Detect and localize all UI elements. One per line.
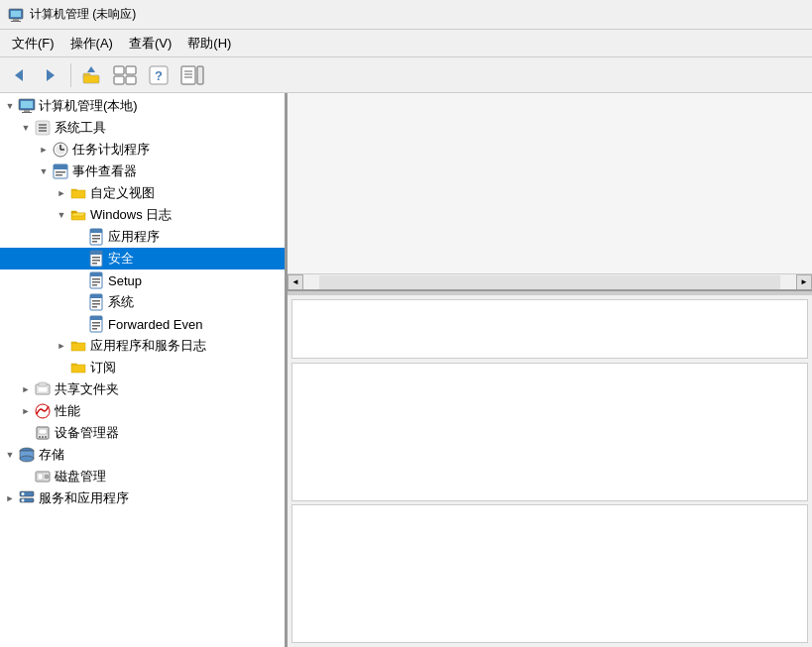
tree-toggle-app-services-logs[interactable]: ► xyxy=(54,335,69,357)
svg-point-72 xyxy=(20,456,34,462)
tree-node-subscriptions[interactable]: ►订阅 xyxy=(0,357,285,378)
svg-rect-43 xyxy=(92,257,100,259)
detail-panel-1 xyxy=(291,363,808,501)
properties-button[interactable] xyxy=(175,61,209,89)
menu-view[interactable]: 查看(V) xyxy=(121,31,179,56)
svg-rect-58 xyxy=(92,322,100,324)
menu-file[interactable]: 文件(F) xyxy=(4,31,62,56)
title-bar: 计算机管理 (未响应) xyxy=(0,0,812,30)
tree-icon-windows-logs xyxy=(69,206,87,224)
tree-node-forwarded[interactable]: ►Forwarded Even xyxy=(0,313,285,335)
tree-label-system: 系统 xyxy=(108,293,134,311)
svg-rect-12 xyxy=(126,76,136,84)
tree-node-services-apps[interactable]: ►服务和应用程序 xyxy=(0,487,285,509)
tree-label-security: 安全 xyxy=(108,250,134,268)
tree-node-app-services-logs[interactable]: ►应用程序和服务日志 xyxy=(0,335,285,357)
tree-label-windows-logs: Windows 日志 xyxy=(90,206,172,224)
tree-toggle-computer-management[interactable]: ▼ xyxy=(2,95,18,117)
svg-rect-47 xyxy=(90,272,102,276)
tree-label-app-services-logs: 应用程序和服务日志 xyxy=(90,337,206,355)
tree-icon-task-scheduler xyxy=(52,141,69,159)
svg-rect-40 xyxy=(92,241,97,243)
tree-toggle-custom-views[interactable]: ► xyxy=(54,182,69,204)
menu-action[interactable]: 操作(A) xyxy=(62,31,121,56)
summary-panel xyxy=(291,299,808,359)
help-button[interactable]: ? xyxy=(144,61,174,89)
up-button[interactable] xyxy=(76,61,106,89)
title-text: 计算机管理 (未响应) xyxy=(30,6,136,23)
tree-icon-setup xyxy=(87,271,105,289)
svg-rect-10 xyxy=(126,66,136,74)
tree-icon-security xyxy=(87,250,105,268)
tree-node-disk-management[interactable]: ►磁盘管理 xyxy=(0,466,285,487)
menu-bar: 文件(F) 操作(A) 查看(V) 帮助(H) xyxy=(0,30,812,57)
tree-label-performance: 性能 xyxy=(55,402,80,420)
tree-label-setup: Setup xyxy=(108,273,142,288)
tree-node-system-tools[interactable]: ▼系统工具 xyxy=(0,117,285,139)
svg-rect-22 xyxy=(24,110,30,112)
tree-node-performance[interactable]: ►性能 xyxy=(0,400,285,422)
tree-icon-event-viewer xyxy=(52,162,69,180)
tree-node-event-viewer[interactable]: ▼事件查看器 xyxy=(0,161,285,182)
forward-button[interactable] xyxy=(36,61,65,89)
tree-label-task-scheduler: 任务计划程序 xyxy=(72,141,150,159)
svg-rect-45 xyxy=(92,263,97,265)
tree-node-task-scheduler[interactable]: ►任务计划程序 xyxy=(0,139,285,161)
tree-toggle-shared-folders[interactable]: ► xyxy=(18,378,34,400)
tree-node-security[interactable]: ►安全 xyxy=(0,248,285,270)
svg-marker-5 xyxy=(47,69,55,81)
tree-node-shared-folders[interactable]: ►共享文件夹 xyxy=(0,378,285,400)
tree-node-windows-logs[interactable]: ▼Windows 日志 xyxy=(0,204,285,226)
tree-icon-system xyxy=(87,293,105,311)
back-button[interactable] xyxy=(4,61,34,89)
tree-toggle-storage[interactable]: ▼ xyxy=(2,444,18,466)
right-bottom-panel xyxy=(288,295,812,647)
main-layout: ▼计算机管理(本地)▼系统工具►任务计划程序▼事件查看器►自定义视图▼Windo… xyxy=(0,93,812,647)
tree-label-disk-management: 磁盘管理 xyxy=(55,468,106,485)
tree-node-setup[interactable]: ►Setup xyxy=(0,270,285,291)
tree-node-custom-views[interactable]: ►自定义视图 xyxy=(0,182,285,204)
view-button[interactable] xyxy=(108,61,142,89)
svg-point-75 xyxy=(45,475,49,479)
svg-rect-37 xyxy=(90,229,102,233)
horizontal-scrollbar[interactable]: ◄ ► xyxy=(288,273,812,289)
tree-toggle-windows-logs[interactable]: ▼ xyxy=(54,204,69,226)
tree-icon-computer-management xyxy=(18,97,36,115)
svg-rect-52 xyxy=(90,294,102,298)
tree-node-system[interactable]: ►系统 xyxy=(0,291,285,313)
tree-node-computer-management[interactable]: ▼计算机管理(本地) xyxy=(0,95,285,117)
tree-label-device-manager: 设备管理器 xyxy=(55,424,119,442)
tree-label-custom-views: 自定义视图 xyxy=(90,184,155,202)
tree-toggle-system-tools[interactable]: ▼ xyxy=(18,117,34,139)
scroll-left-arrow[interactable]: ◄ xyxy=(288,274,303,290)
tree-toggle-task-scheduler[interactable]: ► xyxy=(36,139,52,161)
svg-rect-39 xyxy=(92,238,100,240)
svg-rect-34 xyxy=(56,171,65,173)
tree-icon-forwarded xyxy=(87,315,105,333)
scrollbar-track[interactable] xyxy=(319,275,780,289)
tree-icon-device-manager xyxy=(34,424,52,442)
tree-label-event-viewer: 事件查看器 xyxy=(72,162,137,180)
tree-toggle-event-viewer[interactable]: ▼ xyxy=(36,161,52,182)
tree-label-shared-folders: 共享文件夹 xyxy=(55,380,119,398)
tree-toggle-services-apps[interactable]: ► xyxy=(2,487,18,509)
svg-rect-21 xyxy=(21,101,33,108)
menu-help[interactable]: 帮助(H) xyxy=(179,31,239,56)
tree-icon-performance xyxy=(34,402,52,420)
tree-node-application[interactable]: ►应用程序 xyxy=(0,226,285,248)
toolbar-sep-1 xyxy=(70,63,71,87)
svg-rect-74 xyxy=(38,474,43,480)
tree-node-device-manager[interactable]: ►设备管理器 xyxy=(0,422,285,444)
svg-point-67 xyxy=(39,436,41,438)
tree-node-storage[interactable]: ▼存储 xyxy=(0,444,285,466)
svg-rect-33 xyxy=(54,164,67,169)
svg-rect-50 xyxy=(92,284,97,286)
tree-icon-subscriptions xyxy=(69,359,87,377)
svg-rect-48 xyxy=(92,278,100,280)
svg-rect-15 xyxy=(181,66,195,84)
tree-icon-system-tools xyxy=(34,119,52,137)
scroll-right-arrow[interactable]: ► xyxy=(796,274,812,290)
tree-toggle-performance[interactable]: ► xyxy=(18,400,34,422)
svg-rect-9 xyxy=(114,66,124,74)
tree-label-subscriptions: 订阅 xyxy=(90,359,116,377)
